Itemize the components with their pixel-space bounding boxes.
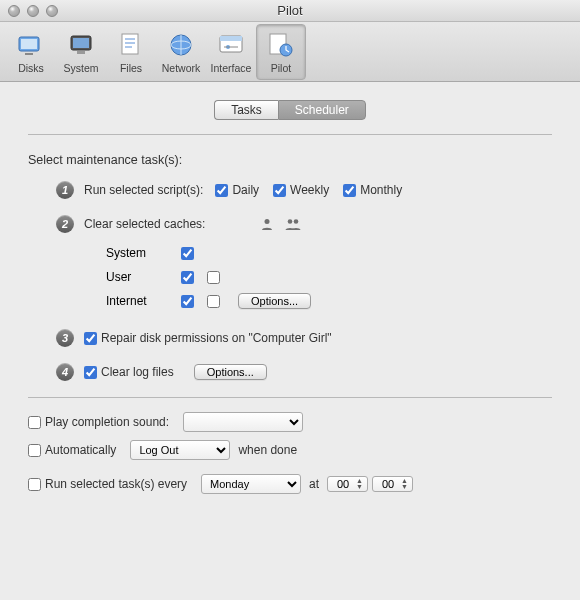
cache-user-user-checkbox[interactable] [181, 271, 194, 284]
auto-action-select[interactable]: Log Out [130, 440, 230, 460]
step-badge-1: 1 [56, 181, 74, 199]
toolbar-label: System [63, 62, 98, 74]
hour-input[interactable] [332, 478, 354, 490]
group-icon [280, 217, 306, 231]
step-1-label: Run selected script(s): [84, 183, 203, 197]
auto-pre-label: Automatically [45, 443, 116, 457]
checkbox-automatically[interactable]: Automatically [28, 443, 116, 457]
daily-label: Daily [232, 183, 259, 197]
checkbox-daily[interactable]: Daily [215, 183, 259, 197]
tab-scheduler[interactable]: Scheduler [278, 100, 366, 120]
user-icon [254, 217, 280, 231]
logs-options-button[interactable]: Options... [194, 364, 267, 380]
divider [28, 134, 552, 135]
hour-stepper[interactable]: ▲▼ [327, 476, 368, 492]
step-3-row: 3 Repair disk permissions on "Computer G… [56, 329, 552, 347]
cache-system-label: System [56, 246, 176, 260]
step-4-row: 4 Clear log files Options... [56, 363, 552, 381]
window-title: Pilot [0, 3, 580, 18]
cache-grid: System User Internet Options... [56, 241, 552, 313]
toolbar-item-pilot[interactable]: Pilot [256, 24, 306, 80]
play-sound-row: Play completion sound: [28, 412, 552, 432]
step-2-block: 2 Clear selected caches: System User [28, 215, 552, 313]
toolbar-item-files[interactable]: Files [106, 24, 156, 80]
svg-point-20 [288, 219, 293, 224]
files-icon [116, 30, 146, 60]
schedule-row: Run selected task(s) every Monday at ▲▼ … [28, 474, 552, 494]
sound-select[interactable] [183, 412, 303, 432]
cache-user-label: User [56, 270, 176, 284]
toolbar-item-disks[interactable]: Disks [6, 24, 56, 80]
step-badge-3: 3 [56, 329, 74, 347]
svg-rect-5 [77, 51, 85, 54]
checkbox-monthly[interactable]: Monthly [343, 183, 402, 197]
svg-point-21 [294, 219, 299, 224]
checkbox-run-every[interactable]: Run selected task(s) every [28, 477, 187, 491]
cache-user-group-checkbox[interactable] [207, 271, 220, 284]
svg-rect-4 [73, 38, 89, 48]
titlebar: Pilot [0, 0, 580, 22]
step-2-label: Clear selected caches: [84, 217, 254, 231]
divider-2 [28, 397, 552, 398]
at-label: at [309, 477, 319, 491]
monthly-label: Monthly [360, 183, 402, 197]
auto-post-label: when done [238, 443, 297, 457]
toolbar-label: Disks [18, 62, 44, 74]
checkbox-repair-permissions[interactable]: Repair disk permissions on "Computer Gir… [84, 331, 332, 345]
tab-tasks[interactable]: Tasks [214, 100, 278, 120]
minute-down[interactable]: ▼ [401, 484, 408, 490]
internet-options-button[interactable]: Options... [238, 293, 311, 309]
toolbar: Disks System Files Network Interface Pil… [0, 22, 580, 82]
cache-internet-label: Internet [56, 294, 176, 308]
toolbar-item-system[interactable]: System [56, 24, 106, 80]
system-icon [66, 30, 96, 60]
step-2-row: 2 Clear selected caches: [56, 215, 552, 233]
interface-icon [216, 30, 246, 60]
cache-internet-group-checkbox[interactable] [207, 295, 220, 308]
cache-internet-user-checkbox[interactable] [181, 295, 194, 308]
svg-rect-2 [25, 53, 33, 55]
cache-row-system: System [56, 241, 552, 265]
day-select[interactable]: Monday [201, 474, 301, 494]
weekly-label: Weekly [290, 183, 329, 197]
tab-bar: Tasks Scheduler [28, 100, 552, 120]
svg-rect-1 [21, 39, 37, 49]
section-title: Select maintenance task(s): [28, 153, 552, 167]
minute-input[interactable] [377, 478, 399, 490]
svg-point-19 [265, 219, 270, 224]
clear-logs-label: Clear log files [101, 365, 174, 379]
cache-system-user-checkbox[interactable] [181, 247, 194, 260]
toolbar-label: Files [120, 62, 142, 74]
toolbar-label: Interface [211, 62, 252, 74]
checkbox-weekly[interactable]: Weekly [273, 183, 329, 197]
cache-row-user: User [56, 265, 552, 289]
toolbar-label: Pilot [271, 62, 291, 74]
svg-rect-14 [220, 36, 242, 41]
cache-row-internet: Internet Options... [56, 289, 552, 313]
run-every-label: Run selected task(s) every [45, 477, 187, 491]
step-1-row: 1 Run selected script(s): Daily Weekly M… [56, 181, 552, 199]
toolbar-item-network[interactable]: Network [156, 24, 206, 80]
toolbar-label: Network [162, 62, 201, 74]
disks-icon [16, 30, 46, 60]
pilot-icon [266, 30, 296, 60]
checkbox-play-sound[interactable]: Play completion sound: [28, 415, 169, 429]
checkbox-clear-logs[interactable]: Clear log files [84, 365, 174, 379]
play-sound-label: Play completion sound: [45, 415, 169, 429]
step-badge-2: 2 [56, 215, 74, 233]
repair-label: Repair disk permissions on "Computer Gir… [101, 331, 332, 345]
svg-rect-6 [122, 34, 138, 54]
content-area: Tasks Scheduler Select maintenance task(… [0, 82, 580, 600]
auto-row: Automatically Log Out when done [28, 440, 552, 460]
toolbar-item-interface[interactable]: Interface [206, 24, 256, 80]
network-icon [166, 30, 196, 60]
minute-stepper[interactable]: ▲▼ [372, 476, 413, 492]
hour-down[interactable]: ▼ [356, 484, 363, 490]
step-badge-4: 4 [56, 363, 74, 381]
